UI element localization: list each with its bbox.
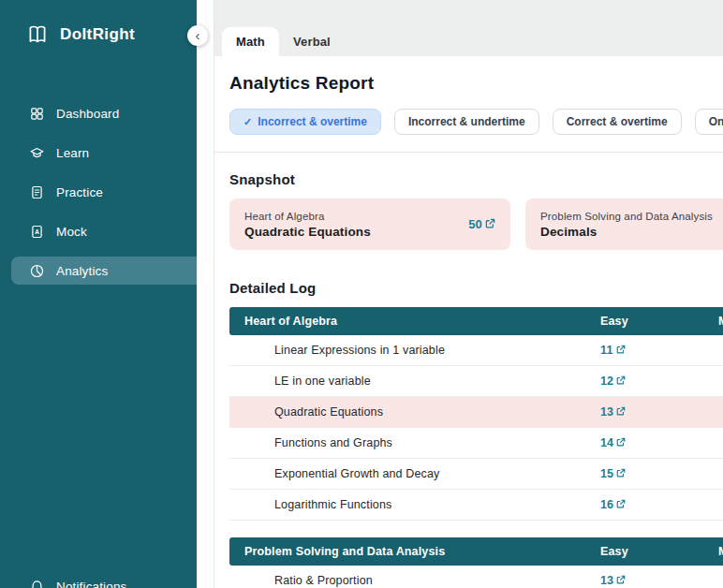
filter-chip-incorrect-undertime[interactable]: ✓ Incorrect & undertime xyxy=(394,109,539,135)
question-count-link[interactable]: 13 xyxy=(600,405,626,419)
log-row-count-cell: 13 xyxy=(600,574,718,587)
log-row-topic: Functions and Graphs xyxy=(229,436,600,449)
sidebar-item-analytics[interactable]: Analytics xyxy=(11,257,197,285)
chip-label: Correct & overtime xyxy=(567,115,668,128)
nav-label: Learn xyxy=(56,146,89,160)
question-count-link[interactable]: 14 xyxy=(600,436,626,449)
log-section-header: Problem Solving and Data Analysis Easy M… xyxy=(229,537,723,566)
nav-label: Notifications xyxy=(56,580,126,588)
log-row-count-cell: 16 xyxy=(600,498,718,511)
sidebar-item-learn[interactable]: Learn xyxy=(0,133,197,172)
sidebar-collapse-button[interactable]: ‹ xyxy=(187,25,208,46)
card-topic: Quadratic Equations xyxy=(244,225,371,239)
check-icon: ✓ xyxy=(243,116,252,128)
log-column-easy: Easy xyxy=(600,315,718,328)
log-section-problem-solving: Problem Solving and Data Analysis Easy M… xyxy=(229,537,723,588)
svg-text:A: A xyxy=(35,228,39,234)
log-row-topic: Linear Expressions in 1 variable xyxy=(229,344,600,357)
chip-label: Incorrect & overtime xyxy=(258,115,367,128)
external-link-icon xyxy=(616,406,626,416)
mock-test-icon: A xyxy=(28,223,45,240)
analytics-pie-icon xyxy=(28,262,45,279)
logo-text: DoItRight xyxy=(60,25,135,44)
log-row-topic: Exponential Growth and Decay xyxy=(229,467,600,480)
sidebar-item-mock[interactable]: A Mock xyxy=(0,212,197,251)
main-content: Math Verbal Analytics Report ✓ Incorrect… xyxy=(214,0,723,588)
practice-worksheet-icon xyxy=(28,184,45,200)
question-count-link[interactable]: 16 xyxy=(600,498,626,511)
log-row: Exponential Growth and Decay 15 xyxy=(229,459,723,490)
log-rows: Linear Expressions in 1 variable 11 xyxy=(229,335,723,521)
sidebar-item-practice[interactable]: Practice xyxy=(0,172,197,212)
log-column-medium: Medium xyxy=(718,545,723,558)
log-row-count-cell: 13 xyxy=(600,405,718,419)
sidebar-item-dashboard[interactable]: Dashboard xyxy=(0,94,197,133)
tab-bar: Math Verbal xyxy=(214,0,723,56)
tab-label: Verbal xyxy=(293,35,331,49)
filter-chip-correct-overtime[interactable]: ✓ Correct & overtime xyxy=(553,109,682,135)
card-count-link[interactable]: 50 xyxy=(468,217,495,231)
tab-math[interactable]: Math xyxy=(222,27,279,56)
log-column-easy: Easy xyxy=(600,545,718,558)
log-row-topic: LE in one variable xyxy=(229,375,600,388)
page-title: Analytics Report xyxy=(229,73,723,94)
filter-chips: ✓ Incorrect & overtime ✓ Incorrect & und… xyxy=(229,109,723,135)
log-section-name: Heart of Algebra xyxy=(229,315,600,328)
log-row-topic: Logarithmic Functions xyxy=(229,498,600,511)
logo: DoItRight xyxy=(0,0,197,47)
question-count-link[interactable]: 13 xyxy=(600,574,626,587)
external-link-icon xyxy=(616,345,626,354)
chip-label: Only Incorrect xyxy=(709,115,723,128)
doitright-logo-icon xyxy=(25,22,50,47)
external-link-icon xyxy=(616,437,626,447)
tab-verbal[interactable]: Verbal xyxy=(279,27,345,56)
card-info: Problem Solving and Data Analysis Decima… xyxy=(540,211,713,239)
tab-label: Math xyxy=(236,35,265,49)
log-column-medium: Medium xyxy=(718,315,723,328)
count-value: 13 xyxy=(600,574,613,587)
count-value: 13 xyxy=(600,405,613,419)
log-section-name: Problem Solving and Data Analysis xyxy=(229,545,600,558)
chip-label: Incorrect & undertime xyxy=(408,115,525,128)
log-rows: Ratio & Proportion 13 xyxy=(229,566,723,588)
count-value: 50 xyxy=(468,217,482,231)
question-count-link[interactable]: 12 xyxy=(600,375,626,388)
external-link-icon xyxy=(616,468,626,478)
count-value: 11 xyxy=(600,344,613,357)
external-link-icon xyxy=(616,375,626,385)
external-link-icon xyxy=(616,575,626,584)
nav-label: Dashboard xyxy=(56,107,119,121)
filter-chip-only-incorrect[interactable]: ✓ Only Incorrect xyxy=(695,109,723,135)
detailed-log: Heart of Algebra Easy Medium Linear Expr… xyxy=(229,307,723,588)
bell-icon xyxy=(28,578,45,588)
log-row: LE in one variable 12 xyxy=(229,366,723,397)
divider xyxy=(214,152,723,153)
count-value: 14 xyxy=(600,436,613,449)
sidebar-nav: Dashboard Learn Practice xyxy=(0,94,197,290)
log-row-count-cell: 11 xyxy=(600,344,718,357)
graduation-cap-icon xyxy=(28,144,45,161)
chevron-left-icon: ‹ xyxy=(196,28,200,42)
log-row-count-cell: 14 xyxy=(600,436,718,449)
log-row-topic: Quadratic Equations xyxy=(229,405,600,419)
question-count-link[interactable]: 11 xyxy=(600,344,626,357)
nav-label: Analytics xyxy=(56,264,108,278)
log-row: Quadratic Equations 13 xyxy=(229,397,723,428)
dashboard-icon xyxy=(28,105,45,122)
card-category: Problem Solving and Data Analysis xyxy=(540,211,713,222)
analytics-page: Analytics Report ✓ Incorrect & overtime … xyxy=(214,56,723,588)
question-count-link[interactable]: 15 xyxy=(600,467,626,480)
sidebar: DoItRight Dashboard Learn xyxy=(0,0,197,588)
filter-chip-incorrect-overtime[interactable]: ✓ Incorrect & overtime xyxy=(229,109,381,135)
count-value: 12 xyxy=(600,375,613,388)
log-section-header: Heart of Algebra Easy Medium xyxy=(229,307,723,335)
snapshot-card-decimals: Problem Solving and Data Analysis Decima… xyxy=(525,198,723,250)
log-row: Functions and Graphs 14 xyxy=(229,428,723,459)
external-link-icon xyxy=(616,499,626,508)
sidebar-item-notifications[interactable]: Notifications xyxy=(0,566,197,588)
card-topic: Decimals xyxy=(540,225,713,239)
log-section-heart-of-algebra: Heart of Algebra Easy Medium Linear Expr… xyxy=(229,307,723,521)
snapshot-cards: Heart of Algebra Quadratic Equations 50 xyxy=(229,198,723,250)
log-row: Ratio & Proportion 13 xyxy=(229,566,723,588)
log-row-count-cell: 15 xyxy=(600,467,718,480)
